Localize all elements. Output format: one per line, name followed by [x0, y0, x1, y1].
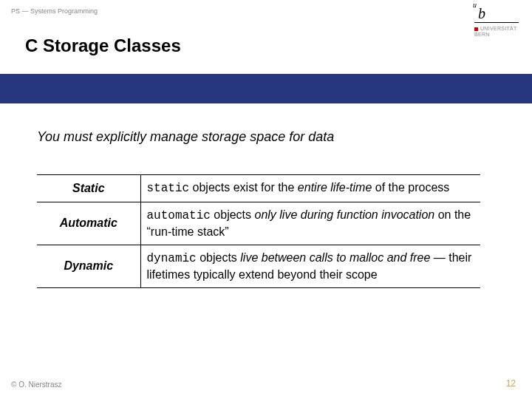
logo-divider	[474, 22, 519, 23]
row-description: automatic objects only live during funct…	[140, 202, 480, 245]
table-row: Dynamic dynamic objects live between cal…	[37, 245, 480, 287]
course-label: PS — Systems Programming	[11, 7, 98, 15]
row-label: Static	[37, 175, 140, 202]
title-band	[0, 74, 532, 103]
row-description: dynamic objects live between calls to ma…	[140, 245, 480, 287]
university-logo: ub UNIVERSITÄT BERN	[474, 6, 519, 38]
row-label: Dynamic	[37, 245, 140, 287]
logo-text: UNIVERSITÄT BERN	[474, 26, 519, 38]
table-row: Automatic automatic objects only live du…	[37, 202, 480, 245]
footer-copyright: © O. Nierstrasz	[11, 381, 62, 389]
content-area: You must explicitly manage storage space…	[37, 129, 495, 288]
logo-sup: u	[473, 1, 477, 9]
row-label: Automatic	[37, 202, 140, 245]
lead-sentence: You must explicitly manage storage space…	[37, 129, 495, 145]
header: PS — Systems Programming C Storage Class…	[0, 0, 532, 74]
slide-title: C Storage Classes	[25, 35, 181, 56]
storage-classes-table: Static static objects exist for the enti…	[37, 174, 480, 288]
logo-letter: ub	[474, 6, 519, 21]
page-number: 12	[506, 378, 516, 389]
row-description: static objects exist for the entire life…	[140, 175, 480, 202]
logo-dot-icon	[474, 27, 478, 31]
table-row: Static static objects exist for the enti…	[37, 175, 480, 202]
